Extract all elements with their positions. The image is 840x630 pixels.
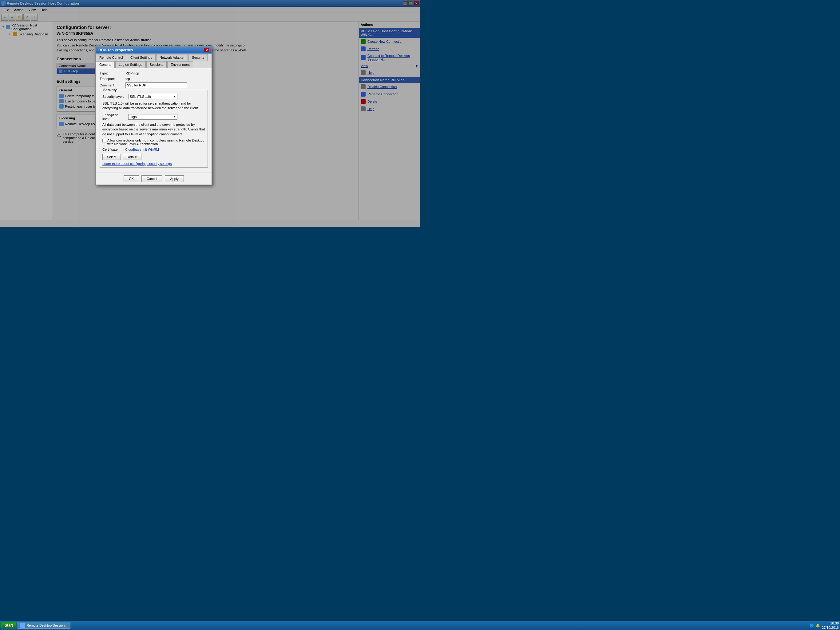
comment-row: Comment: bbox=[99, 82, 208, 88]
learn-more-row: Learn more about configuring security se… bbox=[103, 162, 205, 166]
apply-button[interactable]: Apply bbox=[165, 175, 184, 182]
security-group: Security Security layer: SSL (TLS 1.0) ▼… bbox=[99, 90, 208, 168]
default-button[interactable]: Default bbox=[123, 154, 141, 160]
certificate-link[interactable]: Cloudbase-Init WinRM bbox=[125, 148, 159, 151]
tab-sessions[interactable]: Sessions bbox=[146, 61, 167, 68]
modal-title-bar: RDP-Tcp Properties ✕ bbox=[96, 47, 212, 54]
comment-label: Comment: bbox=[99, 83, 124, 87]
certificate-label: Certificate: bbox=[103, 148, 124, 151]
tab-network-adapter[interactable]: Network Adapter bbox=[156, 54, 188, 60]
encryption-select[interactable]: High ▼ bbox=[128, 114, 177, 120]
security-layer-arrow: ▼ bbox=[174, 95, 176, 98]
encryption-desc: All data sent between the client and the… bbox=[103, 122, 205, 136]
modal-tabs: Remote Control Client Settings Network A… bbox=[96, 54, 212, 68]
type-row: Type: RDP-Tcp bbox=[99, 71, 208, 75]
certificate-row: Certificate: Cloudbase-Init WinRM bbox=[103, 148, 205, 151]
security-layer-select[interactable]: SSL (TLS 1.0) ▼ bbox=[128, 94, 177, 99]
type-label: Type: bbox=[99, 71, 124, 75]
security-group-content: Security layer: SSL (TLS 1.0) ▼ SSL (TLS… bbox=[103, 94, 205, 166]
security-group-title: Security bbox=[103, 88, 117, 92]
tab-client-settings[interactable]: Client Settings bbox=[127, 54, 156, 60]
transport-label: Transport: bbox=[99, 77, 124, 81]
tab-remote-control[interactable]: Remote Control bbox=[96, 54, 126, 60]
cert-buttons: Select Default bbox=[103, 154, 205, 160]
modal-footer: OK Cancel Apply bbox=[96, 173, 212, 185]
learn-more-link[interactable]: Learn more about configuring security se… bbox=[103, 162, 172, 166]
comment-input[interactable] bbox=[125, 82, 187, 88]
nla-row: Allow connections only from computers ru… bbox=[103, 138, 205, 146]
encryption-label: Encryption level: bbox=[103, 113, 127, 120]
encryption-row: Encryption level: High ▼ bbox=[103, 113, 205, 120]
cancel-button[interactable]: Cancel bbox=[141, 175, 163, 182]
modal-title: RDP-Tcp Properties bbox=[98, 48, 133, 52]
tab-general[interactable]: General bbox=[96, 61, 115, 68]
ssl-desc: SSL (TLS 1.0) will be used for server au… bbox=[103, 101, 205, 111]
nla-checkbox[interactable] bbox=[103, 139, 106, 142]
tab-security[interactable]: Security bbox=[188, 54, 208, 60]
transport-value: tcp bbox=[125, 77, 130, 81]
tab-logon-settings[interactable]: Log on Settings bbox=[115, 61, 145, 68]
transport-row: Transport: tcp bbox=[99, 77, 208, 81]
select-button[interactable]: Select bbox=[103, 154, 121, 160]
nla-label: Allow connections only from computers ru… bbox=[107, 138, 205, 146]
modal-dialog: RDP-Tcp Properties ✕ Remote Control Clie… bbox=[95, 46, 212, 185]
security-layer-row: Security layer: SSL (TLS 1.0) ▼ bbox=[103, 94, 205, 99]
encryption-arrow: ▼ bbox=[174, 116, 176, 118]
modal-overlay: RDP-Tcp Properties ✕ Remote Control Clie… bbox=[0, 0, 420, 236]
tab-environment[interactable]: Environment bbox=[167, 61, 193, 68]
modal-body: Type: RDP-Tcp Transport: tcp Comment: Se… bbox=[96, 68, 212, 173]
security-layer-label: Security layer: bbox=[103, 95, 127, 98]
ok-button[interactable]: OK bbox=[123, 175, 139, 182]
modal-close-button[interactable]: ✕ bbox=[204, 48, 209, 52]
type-value: RDP-Tcp bbox=[125, 71, 139, 75]
